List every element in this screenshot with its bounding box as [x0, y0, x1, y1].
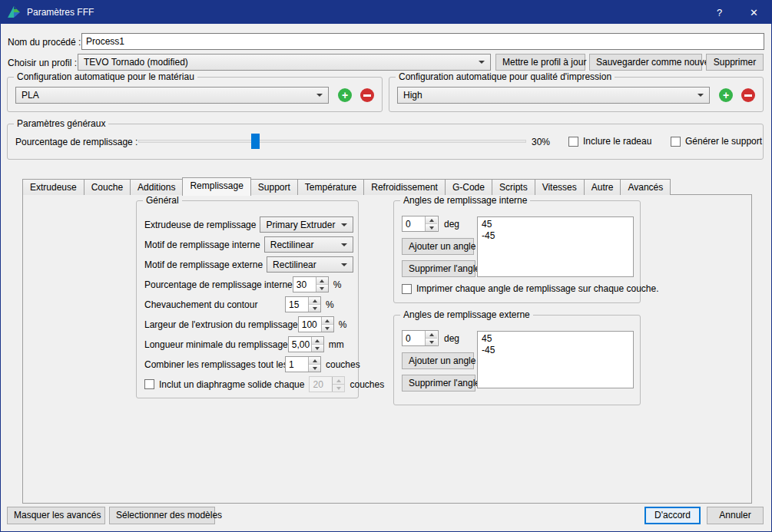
spin-arrows[interactable] — [425, 216, 437, 231]
internal-angle-spinner[interactable]: 0 — [402, 216, 439, 232]
remove-quality-button[interactable] — [741, 88, 755, 102]
infill-slider-groove[interactable] — [138, 140, 526, 143]
tab-remplissage[interactable]: Remplissage — [182, 177, 250, 196]
spin-up-icon[interactable] — [322, 317, 333, 324]
material-select[interactable]: PLA — [15, 87, 329, 104]
spin-down-icon[interactable] — [309, 304, 320, 312]
tab-temperature[interactable]: Température — [297, 179, 364, 195]
internal-pattern-value: Rectilinear — [270, 240, 314, 250]
outline-overlap-label: Chevauchement du contour — [144, 299, 285, 310]
external-angle-unit: deg — [444, 333, 459, 344]
print-angle-every-layer-checkbox[interactable]: Imprimer chaque angle de remplissage sur… — [402, 283, 659, 294]
infill-value: 30% — [532, 137, 550, 147]
extrusion-width-spinner[interactable]: 100 — [298, 316, 334, 332]
infill-extruder-label: Extrudeuse de remplissage — [144, 220, 256, 230]
spin-value: 20 — [310, 377, 332, 392]
internal-angles-list[interactable]: 45 -45 — [477, 216, 634, 277]
generate-support-checkbox[interactable]: Générer le support — [671, 136, 762, 147]
internal-remove-angle-button[interactable]: Supprimer l'angle — [402, 260, 475, 277]
cancel-button[interactable]: Annuler — [707, 507, 764, 524]
infill-extruder-value: Primary Extruder — [266, 220, 335, 230]
infill-slider[interactable] — [138, 133, 526, 150]
add-quality-button[interactable] — [719, 88, 733, 102]
infill-percent-spinner[interactable]: 30 — [293, 276, 329, 292]
save-as-new-button[interactable]: Sauvegarder comme nouveau — [589, 54, 702, 71]
material-select-value: PLA — [22, 90, 39, 101]
solid-diaphragm-checkbox[interactable]: Inclut un diaphragme solide chaque — [144, 379, 304, 390]
tab-refroidissement[interactable]: Refroidissement — [363, 179, 446, 195]
outline-overlap-row: Chevauchement du contour 15 % — [144, 296, 353, 312]
spin-arrows[interactable] — [308, 357, 320, 372]
include-raft-checkbox[interactable]: Inclure le radeau — [568, 136, 651, 147]
checkbox-box-icon[interactable] — [402, 284, 412, 294]
spin-arrows[interactable] — [316, 277, 328, 292]
outline-overlap-spinner[interactable]: 15 — [285, 296, 321, 312]
external-add-angle-button[interactable]: Ajouter un angle — [402, 352, 474, 369]
solid-diaphragm-spinner: 20 — [309, 376, 345, 392]
spin-up-icon[interactable] — [426, 216, 437, 223]
tab-additions[interactable]: Additions — [130, 179, 183, 195]
spin-down-icon[interactable] — [312, 344, 323, 352]
spin-down-icon[interactable] — [426, 338, 437, 345]
spin-down-icon[interactable] — [322, 324, 333, 332]
spin-up-icon[interactable] — [309, 297, 320, 304]
spin-arrows[interactable] — [321, 317, 333, 332]
external-angle-input-row: 0 deg — [402, 330, 459, 346]
spin-up-icon[interactable] — [309, 357, 320, 364]
add-material-button[interactable] — [338, 88, 352, 102]
infill-extruder-select[interactable]: Primary Extruder — [260, 216, 353, 233]
tab-scripts[interactable]: Scripts — [492, 179, 535, 195]
internal-angle-input-row: 0 deg — [402, 216, 459, 232]
spin-arrows[interactable] — [308, 297, 320, 312]
help-button[interactable]: ? — [702, 1, 737, 24]
generate-support-label: Générer le support — [685, 136, 762, 147]
close-button[interactable]: ✕ — [737, 1, 771, 24]
hide-advanced-button[interactable]: Masquer les avancés — [7, 507, 105, 524]
spin-up-icon[interactable] — [312, 337, 323, 344]
update-profile-button[interactable]: Mettre le profil à jour — [495, 54, 585, 71]
tab-gcode[interactable]: G-Code — [445, 179, 492, 195]
tab-couche[interactable]: Couche — [84, 179, 131, 195]
profile-select[interactable]: TEVO Tornado (modified) — [78, 54, 491, 71]
print-angle-every-layer-label: Imprimer chaque angle de remplissage sur… — [416, 283, 659, 294]
external-pattern-select[interactable]: Rectilinear — [267, 256, 353, 273]
spin-up-icon[interactable] — [316, 277, 328, 284]
select-models-button[interactable]: Sélectionner des modèles — [109, 507, 215, 524]
spin-down-icon[interactable] — [426, 223, 437, 231]
spin-down-icon[interactable] — [316, 284, 328, 292]
tab-autre[interactable]: Autre — [584, 179, 621, 195]
tab-extrudeuse[interactable]: Extrudeuse — [22, 179, 84, 195]
chevron-down-icon — [341, 263, 347, 266]
internal-add-angle-button[interactable]: Ajouter un angle — [402, 238, 474, 255]
external-angle-spinner[interactable]: 0 — [402, 330, 439, 346]
process-name-input[interactable] — [81, 33, 764, 50]
combine-infill-label: Combiner les remplissages tout les — [144, 359, 285, 370]
external-remove-angle-button[interactable]: Supprimer l'angle — [402, 375, 475, 392]
tab-vitesses[interactable]: Vitesses — [535, 179, 585, 195]
tab-avances[interactable]: Avancés — [620, 179, 671, 195]
tab-support[interactable]: Support — [250, 179, 298, 195]
checkbox-box-icon[interactable] — [568, 137, 578, 147]
checkbox-box-icon[interactable] — [671, 137, 681, 147]
spin-up-icon[interactable] — [426, 331, 437, 338]
spin-arrows[interactable] — [425, 331, 437, 345]
process-name-label: Nom du procédé : — [8, 37, 81, 48]
spin-down-icon[interactable] — [309, 364, 320, 372]
extrusion-width-label: Largeur de l'extrusion du remplissage — [144, 319, 298, 330]
spin-arrows[interactable] — [311, 337, 323, 352]
internal-angles-title: Angles de remplissage interne — [400, 195, 530, 206]
delete-profile-button[interactable]: Supprimer — [706, 54, 764, 71]
ok-button[interactable]: D'accord — [644, 507, 701, 524]
internal-pattern-select[interactable]: Rectilinear — [264, 236, 353, 253]
checkbox-box-icon[interactable] — [144, 379, 154, 389]
combine-infill-spinner[interactable]: 1 — [285, 356, 321, 372]
infill-slider-handle[interactable] — [251, 134, 260, 149]
remove-material-button[interactable] — [360, 88, 374, 102]
min-length-unit: mm — [329, 339, 344, 350]
external-angles-list[interactable]: 45 -45 — [477, 331, 634, 388]
quality-select[interactable]: High — [397, 87, 710, 104]
include-raft-label: Inclure le radeau — [583, 136, 651, 147]
caption-buttons: ? ✕ — [702, 1, 771, 24]
spin-down-icon — [333, 384, 344, 392]
min-length-spinner[interactable]: 5,00 — [288, 336, 324, 352]
